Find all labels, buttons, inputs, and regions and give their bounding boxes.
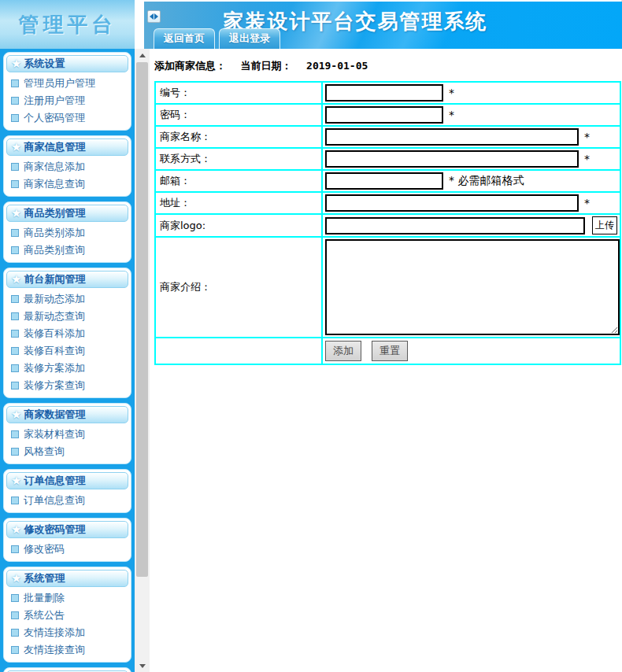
star-icon: ★: [11, 58, 21, 70]
square-bullet-icon: [11, 295, 19, 303]
star-icon: ★: [11, 142, 21, 153]
sidebar-item-label: 注册用户管理: [24, 95, 85, 105]
sidebar-item-registered-user-mgmt[interactable]: 注册用户管理: [4, 92, 131, 109]
square-bullet-icon: [11, 330, 19, 338]
sidebar-item-news-query[interactable]: 最新动态查询: [4, 308, 131, 325]
sidebar-item-batch-delete[interactable]: 批量删除: [4, 589, 131, 607]
required-marker: *: [584, 131, 590, 143]
password-input[interactable]: [325, 106, 443, 124]
merchant-name-input[interactable]: [325, 128, 579, 146]
sidebar-group-title: 前台新闻管理: [24, 272, 85, 286]
square-bullet-icon: [11, 347, 19, 355]
sidebar-collapse-toggle[interactable]: [147, 10, 161, 23]
header-tabs: 返回首页 退出登录: [154, 28, 280, 49]
sidebar-group-title: 商品类别管理: [24, 206, 85, 220]
sidebar-item-label: 系统公告: [24, 610, 65, 620]
field-label-email: 邮箱：: [155, 170, 322, 192]
sidebar-item-order-query[interactable]: 订单信息查询: [4, 492, 131, 509]
sidebar-item-merchant-info-add[interactable]: 商家信息添加: [4, 158, 131, 175]
tab-home[interactable]: 返回首页: [154, 28, 215, 49]
required-marker: *: [449, 87, 454, 99]
star-icon: ★: [11, 208, 21, 220]
reset-button[interactable]: 重置: [372, 341, 408, 361]
sidebar-item-label: 装修方案查询: [24, 380, 85, 390]
form-row-merchant-name: 商家名称： *: [155, 126, 620, 148]
sidebar-item-style-query[interactable]: 风格查询: [4, 443, 131, 460]
email-input[interactable]: [325, 172, 443, 190]
field-label-password: 密码：: [155, 104, 322, 126]
sidebar-item-label: 商家信息查询: [24, 179, 85, 189]
square-bullet-icon: [11, 229, 19, 237]
sidebar-group-title: 系统设置: [24, 57, 65, 71]
tab-logout[interactable]: 退出登录: [219, 28, 280, 49]
sidebar-item-label: 家装材料查询: [24, 429, 85, 439]
field-label-contact: 联系方式：: [155, 148, 322, 170]
scroll-up-button[interactable]: [135, 49, 150, 61]
upload-button[interactable]: 上传: [592, 216, 617, 234]
sidebar-scrollbar[interactable]: [135, 49, 150, 672]
merchant-number-input[interactable]: [325, 84, 443, 102]
logo-panel: 管理平台: [0, 0, 135, 49]
sidebar-item-category-query[interactable]: 商品类别查询: [4, 242, 131, 259]
sidebar-group-header: ★ 前台新闻管理: [6, 271, 128, 288]
sidebar-group-header: ★ 订单信息管理: [6, 472, 128, 489]
add-button[interactable]: 添加: [325, 341, 361, 361]
sidebar-item-friend-link-query[interactable]: 友情连接查询: [4, 641, 131, 659]
sidebar-group-header: ★ 修改密码管理: [6, 521, 128, 538]
sidebar-item-change-password[interactable]: 修改密码: [4, 541, 131, 558]
star-icon: ★: [11, 274, 21, 286]
sidebar-item-wiki-add[interactable]: 装修百科添加: [4, 325, 131, 342]
sidebar-group-title: 修改密码管理: [24, 522, 85, 537]
sidebar-item-category-add[interactable]: 商品类别添加: [4, 224, 131, 242]
current-date-label: 当前日期：: [241, 60, 292, 72]
sidebar-item-personal-password-mgmt[interactable]: 个人密码管理: [4, 109, 131, 127]
sidebar-group-merchant-data: ★ 商家数据管理 家装材料查询 风格查询: [3, 403, 131, 464]
square-bullet-icon: [11, 430, 19, 438]
square-bullet-icon: [11, 382, 19, 390]
sidebar-group-header: ★ 商家信息管理: [6, 138, 128, 156]
form-row-logo: 商家logo: 上传: [155, 214, 620, 237]
address-input[interactable]: [325, 194, 579, 212]
sidebar-item-label: 友情连接添加: [24, 627, 85, 637]
arrow-right-icon: [154, 13, 158, 20]
sidebar-item-admin-user-mgmt[interactable]: 管理员用户管理: [4, 75, 131, 92]
introduction-textarea[interactable]: [325, 239, 620, 335]
sidebar-item-merchant-info-query[interactable]: 商家信息查询: [4, 175, 131, 193]
sidebar-group-header: ★ 商品类别管理: [6, 205, 128, 222]
logo-path-input[interactable]: [325, 217, 585, 234]
field-label-introduction: 商家介绍：: [155, 237, 322, 338]
form-row-buttons: 添加 重置: [155, 338, 620, 364]
scroll-down-button[interactable]: [135, 659, 150, 672]
sidebar-item-friend-link-add[interactable]: 友情连接添加: [4, 624, 131, 641]
square-bullet-icon: [11, 448, 19, 456]
field-label-merchant-name: 商家名称：: [155, 126, 322, 148]
sidebar-item-label: 最新动态添加: [24, 294, 85, 304]
field-label-address: 地址：: [155, 192, 322, 214]
square-bullet-icon: [11, 646, 19, 654]
scrollbar-thumb[interactable]: [136, 62, 148, 577]
sidebar-item-wiki-query[interactable]: 装修百科查询: [4, 342, 131, 360]
field-label-number: 编号：: [155, 82, 322, 104]
sidebar-group-front-news: ★ 前台新闻管理 最新动态添加 最新动态查询 装修百科添加 装修百科查询: [3, 268, 131, 398]
sidebar-group-title: 订单信息管理: [24, 474, 85, 488]
contact-input[interactable]: [325, 150, 579, 168]
star-icon: ★: [11, 409, 21, 421]
required-marker: *: [584, 153, 590, 165]
sidebar-group-order-info: ★ 订单信息管理 订单信息查询: [3, 469, 131, 513]
sidebar-item-material-query[interactable]: 家装材料查询: [4, 426, 131, 443]
sidebar-group-title: 商家信息管理: [24, 140, 85, 154]
sidebar-item-plan-add[interactable]: 装修方案添加: [4, 360, 131, 377]
merchant-form-table: 编号： * 密码： * 商家名称： *: [154, 81, 621, 365]
square-bullet-icon: [11, 79, 19, 87]
sidebar-item-label: 批量删除: [24, 593, 65, 603]
form-row-number: 编号： *: [155, 82, 620, 104]
sidebar-item-plan-query[interactable]: 装修方案查询: [4, 377, 131, 394]
sidebar-item-news-add[interactable]: 最新动态添加: [4, 290, 131, 308]
star-icon: ★: [11, 573, 21, 585]
arrow-left-icon: [150, 13, 154, 20]
square-bullet-icon: [11, 594, 19, 602]
sidebar-item-label: 装修方案添加: [24, 363, 85, 373]
sidebar-group-title: 商家数据管理: [24, 408, 85, 422]
form-row-contact: 联系方式： *: [155, 148, 620, 170]
sidebar-item-system-notice[interactable]: 系统公告: [4, 607, 131, 624]
